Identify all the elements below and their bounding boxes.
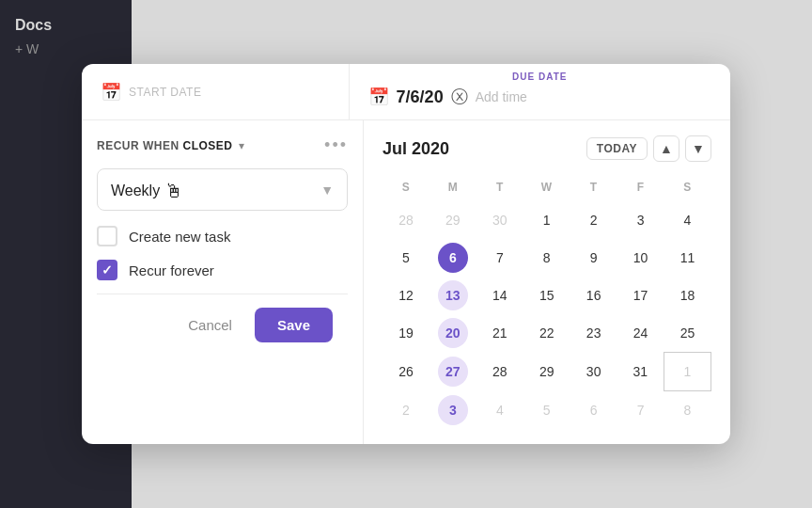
calendar-day[interactable]: 4 [476, 391, 523, 430]
day-number: 7 [626, 395, 656, 425]
calendar-week-row: 2627282930311 [383, 353, 711, 391]
calendar-day[interactable]: 14 [476, 277, 523, 314]
weekday-thu: T [570, 177, 617, 201]
day-number: 18 [673, 280, 703, 310]
day-number: 21 [485, 318, 515, 348]
calendar-day[interactable]: 29 [429, 201, 476, 239]
recur-header: RECUR WHEN CLOSED ▾ ••• [97, 135, 348, 155]
calendar-day[interactable]: 1 [664, 353, 711, 391]
due-date-clear-button[interactable]: ⓧ [451, 86, 468, 108]
calendar-day[interactable]: 7 [476, 239, 523, 277]
calendar-day[interactable]: 28 [476, 353, 523, 391]
calendar-day[interactable]: 26 [383, 353, 429, 391]
calendar-day[interactable]: 30 [570, 353, 617, 391]
save-button[interactable]: Save [255, 308, 333, 342]
day-number: 5 [532, 395, 562, 425]
calendar-day[interactable]: 25 [664, 314, 711, 353]
day-number: 22 [532, 318, 562, 348]
day-number: 19 [391, 318, 421, 348]
calendar-day[interactable]: 18 [664, 277, 711, 314]
add-time-button[interactable]: Add time [476, 89, 527, 104]
due-date-top-label: DUE DATE [368, 71, 711, 82]
calendar-day[interactable]: 1 [523, 201, 570, 239]
frequency-dropdown[interactable]: Weekly 🖱 ▼ [97, 168, 348, 211]
today-button[interactable]: TODAY [586, 137, 648, 160]
day-number: 27 [438, 357, 468, 387]
calendar-day[interactable]: 8 [664, 391, 711, 430]
calendar-day[interactable]: 4 [664, 201, 711, 239]
modal-header: 📅 START DATE DUE DATE 📅 7/6/20 ⓧ Add tim… [82, 64, 730, 120]
due-date-content: 📅 7/6/20 ⓧ Add time [368, 86, 711, 108]
calendar-week-row: 2345678 [383, 391, 711, 430]
due-date-value: 7/6/20 [397, 87, 444, 107]
recur-label-part2: CLOSED [183, 139, 233, 152]
calendar-day[interactable]: 20 [429, 314, 476, 353]
calendar-day[interactable]: 16 [570, 277, 617, 314]
day-number: 20 [438, 318, 468, 348]
calendar-day[interactable]: 3 [617, 201, 664, 239]
day-number: 12 [391, 280, 421, 310]
start-date-field[interactable]: 📅 START DATE [82, 64, 350, 119]
calendar-day[interactable]: 3 [429, 391, 476, 430]
calendar-day[interactable]: 17 [617, 277, 664, 314]
weekday-sun: S [383, 177, 429, 201]
calendar-navigation: TODAY ▲ ▼ [586, 135, 711, 162]
calendar-icon: 📅 [101, 82, 121, 103]
recur-chevron-icon[interactable]: ▾ [239, 139, 244, 152]
calendar-day[interactable]: 29 [523, 353, 570, 391]
day-number: 7 [485, 243, 515, 273]
next-month-button[interactable]: ▼ [685, 135, 711, 162]
calendar-day[interactable]: 10 [617, 239, 664, 277]
calendar-day[interactable]: 7 [617, 391, 664, 430]
recur-forever-label: Recur forever [129, 262, 214, 278]
calendar-day[interactable]: 6 [429, 239, 476, 277]
calendar-week-row: 19202122232425 [383, 314, 711, 353]
modal-overlay: 📅 START DATE DUE DATE 📅 7/6/20 ⓧ Add tim… [0, 0, 812, 508]
cursor-icon: 🖱 [164, 181, 183, 202]
calendar-day[interactable]: 15 [523, 277, 570, 314]
day-number: 8 [673, 395, 703, 425]
cancel-button[interactable]: Cancel [177, 308, 243, 342]
day-number: 3 [626, 205, 656, 235]
create-task-row[interactable]: Create new task [97, 226, 348, 246]
calendar-day[interactable]: 21 [476, 314, 523, 353]
calendar-day[interactable]: 27 [429, 353, 476, 391]
recur-forever-checkbox[interactable] [97, 260, 117, 280]
calendar-day[interactable]: 5 [383, 239, 429, 277]
day-number: 15 [532, 280, 562, 310]
modal: 📅 START DATE DUE DATE 📅 7/6/20 ⓧ Add tim… [82, 64, 730, 444]
calendar-day[interactable]: 28 [383, 201, 429, 239]
due-date-field[interactable]: DUE DATE 📅 7/6/20 ⓧ Add time [350, 64, 730, 119]
day-number: 9 [579, 243, 609, 273]
prev-month-button[interactable]: ▲ [653, 135, 679, 162]
calendar-day[interactable]: 5 [523, 391, 570, 430]
create-task-label: Create new task [129, 229, 230, 245]
calendar-day[interactable]: 24 [617, 314, 664, 353]
calendar-day[interactable]: 6 [570, 391, 617, 430]
day-number: 31 [625, 357, 655, 387]
calendar-day[interactable]: 11 [664, 239, 711, 277]
calendar-day[interactable]: 2 [383, 391, 429, 430]
calendar-day[interactable]: 23 [570, 314, 617, 353]
calendar-day[interactable]: 13 [429, 277, 476, 314]
day-number: 13 [438, 280, 468, 310]
calendar-month-year: Jul 2020 [383, 139, 449, 159]
calendar-day[interactable]: 19 [383, 314, 429, 353]
recur-forever-row[interactable]: Recur forever [97, 260, 348, 280]
recur-more-button[interactable]: ••• [324, 135, 348, 155]
create-task-checkbox[interactable] [97, 226, 117, 246]
calendar-header: Jul 2020 TODAY ▲ ▼ [383, 135, 711, 162]
day-number: 30 [485, 205, 515, 235]
calendar-day[interactable]: 8 [523, 239, 570, 277]
calendar-day[interactable]: 9 [570, 239, 617, 277]
recur-label-part1: RECUR WHEN [97, 139, 180, 152]
day-number: 17 [626, 280, 656, 310]
calendar-day[interactable]: 22 [523, 314, 570, 353]
calendar-day[interactable]: 2 [570, 201, 617, 239]
calendar-day[interactable]: 12 [383, 277, 429, 314]
calendar-day[interactable]: 30 [476, 201, 523, 239]
day-number: 8 [532, 243, 562, 273]
day-number: 29 [532, 357, 562, 387]
calendar-day[interactable]: 31 [617, 353, 664, 391]
dropdown-arrow-icon: ▼ [320, 183, 334, 198]
